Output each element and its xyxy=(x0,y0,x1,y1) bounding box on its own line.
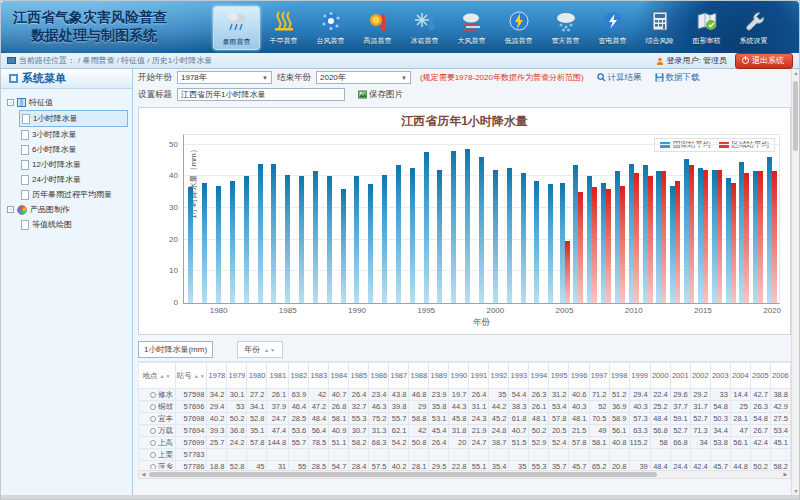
table-row-萍乡[interactable]: 萍乡5778618.852.845315528.554.728.457.540.… xyxy=(139,461,791,470)
x-tick-label: 1995 xyxy=(417,306,435,315)
cell-宜丰-2000: 48.4 xyxy=(650,413,670,425)
col-header-year-2004[interactable]: 2004 xyxy=(730,363,750,389)
table-row-铜鼓[interactable]: 铜鼓5769629.45334.137.946.447.226.832.746.… xyxy=(139,401,791,413)
col-header-year-1993[interactable]: 1993 xyxy=(509,363,529,389)
toolbar-item-calculator[interactable]: 综合风险 xyxy=(636,6,683,50)
col-header-year-1990[interactable]: 1990 xyxy=(449,363,469,389)
sidebar-item-等值线绘图[interactable]: 等值线绘图 xyxy=(19,217,128,232)
toolbar-item-snow-cloud[interactable]: 雪灾普查 xyxy=(542,6,589,50)
table-row-上栗[interactable]: 上栗57783 xyxy=(139,449,791,461)
bar-national-1982 xyxy=(244,176,249,303)
save-image-button[interactable]: 保存图片 xyxy=(358,89,403,101)
hscroll-thumb[interactable] xyxy=(149,472,657,477)
col-header-year-1997[interactable]: 1997 xyxy=(589,363,609,389)
sidebar-item-3小时降水量[interactable]: 3小时降水量 xyxy=(19,127,128,142)
cell-上栗-1979 xyxy=(227,449,247,461)
tree-collapse-icon[interactable]: - xyxy=(7,99,14,106)
sidebar-item-6小时降水量[interactable]: 6小时降水量 xyxy=(19,142,128,157)
toolbar-item-typhoon[interactable]: 台风普查 xyxy=(307,6,354,50)
scroll-down-icon[interactable]: ▼ xyxy=(792,488,800,494)
sort-arrows-icon[interactable]: ▲▼ xyxy=(194,373,206,379)
cell-万载-2001: 52.7 xyxy=(670,425,690,437)
col-header-year-2005[interactable]: 2005 xyxy=(750,363,770,389)
col-header-year-1991[interactable]: 1991 xyxy=(469,363,489,389)
row-radio[interactable] xyxy=(150,416,156,422)
col-header-year-1988[interactable]: 1988 xyxy=(409,363,429,389)
col-header-year-1986[interactable]: 1986 xyxy=(369,363,389,389)
table-row-上高[interactable]: 上高5769925.724.257.8144.855.778.551.158.2… xyxy=(139,437,791,449)
col-header-year-1989[interactable]: 1989 xyxy=(429,363,449,389)
vscroll-thumb[interactable] xyxy=(793,81,798,151)
col-header-year-1979[interactable]: 1979 xyxy=(227,363,247,389)
login-user-label: 登录用户: 管理员 xyxy=(667,55,727,66)
col-header-year-1985[interactable]: 1985 xyxy=(349,363,369,389)
row-radio[interactable] xyxy=(150,392,156,398)
toolbar-item-globe-bolt[interactable]: 低温普查 xyxy=(495,6,542,50)
col-header-year-1978[interactable]: 1978 xyxy=(207,363,227,389)
col-header-year-1983[interactable]: 1983 xyxy=(309,363,329,389)
col-header-year-1992[interactable]: 1992 xyxy=(489,363,509,389)
table-row-万载[interactable]: 万载5769439.336.835.147.453.656.440.930.73… xyxy=(139,425,791,437)
toolbar-item-sun-thermometer[interactable]: 高温普查 xyxy=(354,6,401,50)
tree-group-products[interactable]: -产品图制作 xyxy=(5,202,128,217)
page-icon xyxy=(21,220,29,230)
tree-collapse-icon[interactable]: - xyxy=(7,206,14,213)
sidebar-item-1小时降水量[interactable]: 1小时降水量 xyxy=(19,110,128,127)
col-header-year-2000[interactable]: 2000 xyxy=(650,363,670,389)
year-sort-dropdown[interactable]: 年份 ▲▼ xyxy=(237,341,283,358)
cell-萍乡-1984: 54.7 xyxy=(329,461,349,470)
tree-group-features[interactable]: -特征值 xyxy=(5,95,128,110)
end-year-select[interactable]: 2020年▼ xyxy=(316,71,411,84)
breadcrumb: / 暴雨普查 / 特征值 / 历史1小时降水量 xyxy=(78,55,212,66)
cell-修水-1989: 23.9 xyxy=(429,389,449,401)
col-header-station[interactable]: 站号 ▲▼ xyxy=(176,363,207,389)
download-button[interactable]: 数据下载 xyxy=(655,72,700,84)
toolbar-item-map-audit[interactable]: 图形审核 xyxy=(683,6,730,50)
chart-title-input[interactable]: 江西省历年1小时降水量 xyxy=(177,88,345,101)
sidebar-item-12小时降水量[interactable]: 12小时降水量 xyxy=(19,157,128,172)
toolbar-item-heat-waves[interactable]: 干旱普查 xyxy=(260,6,307,50)
vertical-scrollbar[interactable]: ▲ ▼ xyxy=(791,69,799,495)
col-header-year-1984[interactable]: 1984 xyxy=(329,363,349,389)
sidebar-item-历年暴雨过程平均雨量[interactable]: 历年暴雨过程平均雨量 xyxy=(19,187,128,202)
map-audit-icon xyxy=(694,8,720,34)
scroll-right-icon[interactable]: ▶ xyxy=(781,471,790,478)
cell-萍乡-1993: 35 xyxy=(509,461,529,470)
table-row-宜丰[interactable]: 宜丰5769840.250.252.824.728.548.458.155.37… xyxy=(139,413,791,425)
cell-上栗-2005 xyxy=(750,449,770,461)
row-radio[interactable] xyxy=(150,464,156,470)
toolbar-item-rain-cloud[interactable]: 暴雨普查 xyxy=(213,6,260,50)
col-header-year-1995[interactable]: 1995 xyxy=(549,363,569,389)
col-header-year-1999[interactable]: 1999 xyxy=(629,363,650,389)
col-header-year-1998[interactable]: 1998 xyxy=(609,363,629,389)
col-header-year-1994[interactable]: 1994 xyxy=(529,363,549,389)
col-header-year-2003[interactable]: 2003 xyxy=(710,363,730,389)
toolbar-item-lightning[interactable]: 雷电普查 xyxy=(589,6,636,50)
col-header-year-1987[interactable]: 1987 xyxy=(389,363,409,389)
col-header-year-1981[interactable]: 1981 xyxy=(267,363,289,389)
sort-arrows-icon[interactable]: ▲▼ xyxy=(160,373,172,379)
scroll-up-icon[interactable]: ▲ xyxy=(792,70,800,76)
col-header-site[interactable]: 地点 ▲▼ xyxy=(139,363,176,389)
logout-button[interactable]: 退出系统 xyxy=(735,53,793,69)
table-row-修水[interactable]: 修水5759834.230.127.226.163.94240.726.423.… xyxy=(139,389,791,401)
col-header-year-2006[interactable]: 2006 xyxy=(770,363,790,389)
row-radio[interactable] xyxy=(150,452,156,458)
horizontal-scrollbar[interactable]: ◀ ▶ xyxy=(138,470,791,479)
col-header-year-1980[interactable]: 1980 xyxy=(247,363,267,389)
col-header-year-2001[interactable]: 2001 xyxy=(670,363,690,389)
start-year-select[interactable]: 1978年▼ xyxy=(177,71,272,84)
toolbar-item-wind-cloud[interactable]: 大风普查 xyxy=(448,6,495,50)
col-header-year-1996[interactable]: 1996 xyxy=(569,363,589,389)
row-radio[interactable] xyxy=(150,404,156,410)
toolbar-item-wrench[interactable]: 系统设置 xyxy=(730,6,777,50)
col-header-year-1982[interactable]: 1982 xyxy=(289,363,309,389)
row-radio[interactable] xyxy=(150,440,156,446)
sidebar-item-24小时降水量[interactable]: 24小时降水量 xyxy=(19,172,128,187)
col-header-year-2002[interactable]: 2002 xyxy=(690,363,710,389)
calculate-button[interactable]: 计算结果 xyxy=(597,72,642,84)
cell-上高-1984: 51.1 xyxy=(329,437,349,449)
toolbar-item-hail-thermometer[interactable]: 冰雹普查 xyxy=(401,6,448,50)
scroll-left-icon[interactable]: ◀ xyxy=(139,471,148,478)
row-radio[interactable] xyxy=(150,428,156,434)
